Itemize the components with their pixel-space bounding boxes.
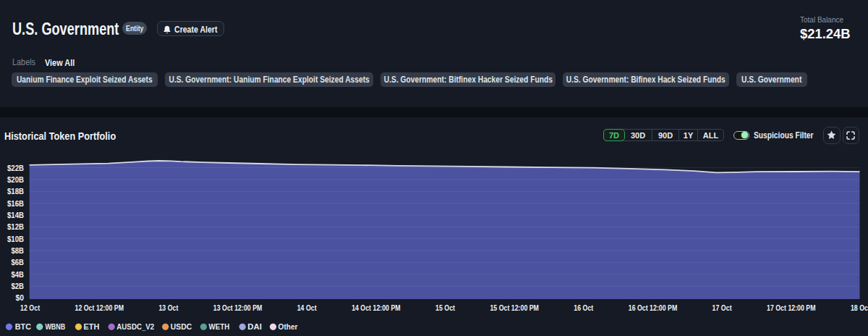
svg-text:$6B: $6B	[12, 258, 25, 266]
svg-text:$12B: $12B	[7, 222, 24, 231]
svg-text:17 Oct 12:00 PM: 17 Oct 12:00 PM	[767, 303, 816, 312]
svg-text:12 Oct 12:00 PM: 12 Oct 12:00 PM	[75, 303, 124, 312]
svg-text:DAI: DAI	[247, 322, 262, 331]
svg-text:16 Oct: 16 Oct	[574, 303, 593, 312]
svg-text:$0: $0	[16, 293, 25, 302]
svg-text:$14B: $14B	[7, 211, 24, 219]
svg-text:Other: Other	[278, 322, 299, 331]
svg-text:$4B: $4B	[12, 270, 25, 279]
svg-text:16 Oct 12:00 PM: 16 Oct 12:00 PM	[629, 303, 678, 312]
svg-text:AUSDC_V2: AUSDC_V2	[116, 322, 154, 331]
svg-text:15 Oct: 15 Oct	[435, 303, 455, 312]
svg-text:$10B: $10B	[7, 235, 24, 243]
svg-text:ETH: ETH	[83, 322, 99, 331]
svg-text:$2B: $2B	[12, 282, 25, 290]
svg-text:14 Oct 12:00 PM: 14 Oct 12:00 PM	[352, 303, 401, 312]
svg-text:$16B: $16B	[7, 199, 24, 208]
svg-text:18 Oct: 18 Oct	[851, 303, 868, 312]
svg-text:14 Oct: 14 Oct	[297, 303, 317, 312]
svg-text:15 Oct 12:00 PM: 15 Oct 12:00 PM	[490, 303, 539, 312]
svg-text:13 Oct 12:00 PM: 13 Oct 12:00 PM	[213, 303, 263, 312]
svg-text:$22B: $22B	[7, 164, 24, 172]
svg-text:$18B: $18B	[7, 187, 24, 196]
svg-text:WETH: WETH	[209, 322, 230, 331]
svg-text:$8B: $8B	[12, 246, 25, 255]
svg-text:WBNB: WBNB	[45, 322, 65, 331]
svg-text:13 Oct: 13 Oct	[158, 303, 178, 312]
svg-text:12 Oct: 12 Oct	[20, 303, 40, 312]
svg-text:BTC: BTC	[15, 322, 31, 331]
svg-text:USDC: USDC	[171, 322, 192, 331]
svg-text:$20B: $20B	[7, 175, 24, 184]
svg-text:17 Oct: 17 Oct	[712, 303, 732, 312]
